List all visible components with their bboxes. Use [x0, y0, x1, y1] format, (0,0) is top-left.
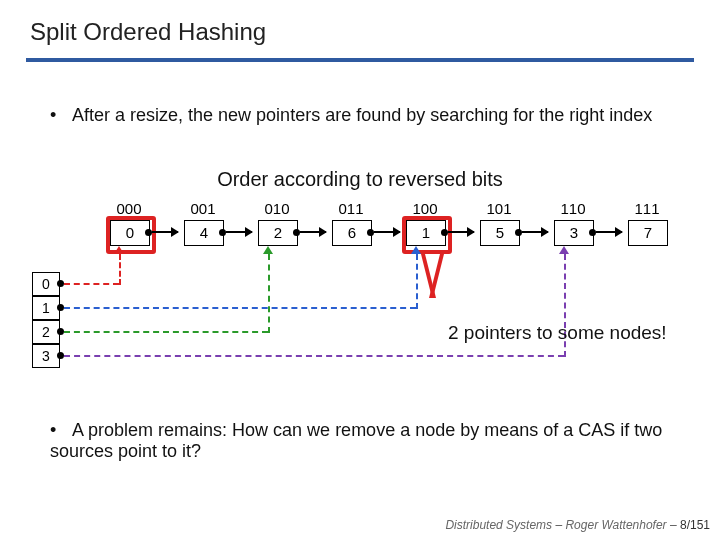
node-6: 3 — [554, 220, 594, 246]
footer: Distributed Systems – Roger Wattenhofer … — [445, 518, 710, 532]
ptr1-head — [411, 246, 421, 254]
ptr0-h — [64, 283, 119, 285]
node-2-bits: 010 — [258, 200, 296, 217]
node-1-ptr — [219, 229, 226, 236]
node-0: 0 — [110, 220, 150, 246]
bucket-3: 3 — [32, 344, 60, 368]
arrow-3-4 — [374, 231, 400, 233]
title-rule — [26, 58, 694, 62]
node-5-ptr — [515, 229, 522, 236]
diagram-caption: Order according to reversed bits — [0, 168, 720, 191]
annotation-note: 2 pointers to some nodes! — [448, 322, 667, 344]
node-1: 4 — [184, 220, 224, 246]
node-6-ptr — [589, 229, 596, 236]
arrow-0-1 — [152, 231, 178, 233]
arrow-4-5 — [448, 231, 474, 233]
node-0-bits: 000 — [110, 200, 148, 217]
arrow-5-6 — [522, 231, 548, 233]
node-3-bits: 011 — [332, 200, 370, 217]
ptr2-head — [263, 246, 273, 254]
bucket-0: 0 — [32, 272, 60, 296]
node-7: 7 — [628, 220, 668, 246]
node-1-bits: 001 — [184, 200, 222, 217]
node-7-bits: 111 — [628, 200, 666, 217]
bullet-1: • After a resize, the new pointers are f… — [50, 105, 680, 126]
slide-title: Split Ordered Hashing — [30, 18, 266, 46]
arrow-6-7 — [596, 231, 622, 233]
ptr0-v — [119, 254, 121, 285]
node-3: 6 — [332, 220, 372, 246]
bucket-2: 2 — [32, 320, 60, 344]
ptr2-v — [268, 254, 270, 333]
bucket-1-dot — [57, 304, 64, 311]
bullet-2-dot: • — [50, 420, 68, 441]
ptr2-h — [64, 331, 268, 333]
bullet-2-text: A problem remains: How can we remove a n… — [50, 420, 662, 461]
node-2: 2 — [258, 220, 298, 246]
ptr3-h — [64, 355, 564, 357]
bucket-3-dot — [57, 352, 64, 359]
node-6-bits: 110 — [554, 200, 592, 217]
arrow-1-2 — [226, 231, 252, 233]
node-0-ptr — [145, 229, 152, 236]
node-4-ptr — [441, 229, 448, 236]
arrow-2-3 — [300, 231, 326, 233]
bullet-1-text: After a resize, the new pointers are fou… — [72, 105, 652, 125]
ptr3-head — [559, 246, 569, 254]
node-3-ptr — [367, 229, 374, 236]
node-4: 1 — [406, 220, 446, 246]
node-2-ptr — [293, 229, 300, 236]
red-vright — [429, 250, 445, 298]
footer-course: Distributed Systems – Roger Wattenhofer … — [445, 518, 676, 532]
node-5: 5 — [480, 220, 520, 246]
footer-page: 8/151 — [680, 518, 710, 532]
node-4-bits: 100 — [406, 200, 444, 217]
bucket-1: 1 — [32, 296, 60, 320]
node-5-bits: 101 — [480, 200, 518, 217]
ptr1-h — [64, 307, 416, 309]
bullet-2: • A problem remains: How can we remove a… — [50, 420, 680, 462]
bullet-1-dot: • — [50, 105, 68, 126]
ptr0-head — [114, 246, 124, 254]
bucket-0-dot — [57, 280, 64, 287]
ptr1-v — [416, 254, 418, 309]
bucket-2-dot — [57, 328, 64, 335]
